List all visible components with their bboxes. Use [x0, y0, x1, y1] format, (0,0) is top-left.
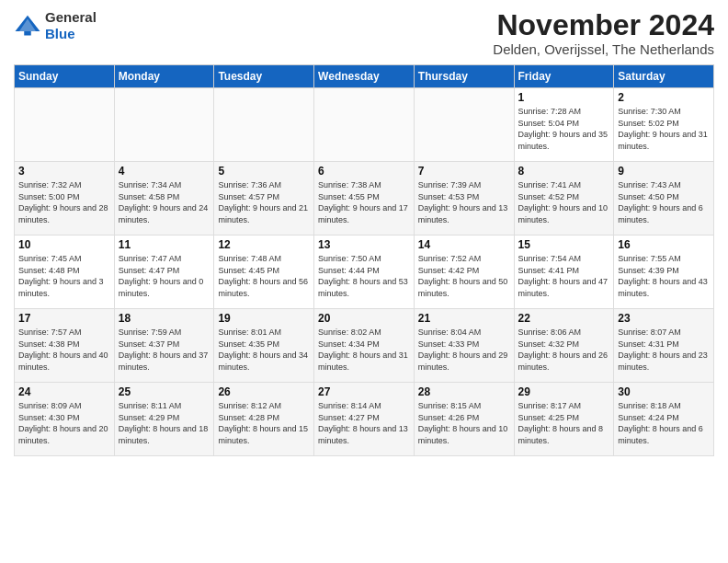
table-row: 9Sunrise: 7:43 AM Sunset: 4:50 PM Daylig…: [614, 162, 714, 236]
day-info: Sunrise: 8:01 AM Sunset: 4:35 PM Dayligh…: [218, 327, 310, 373]
calendar-header-row: Sunday Monday Tuesday Wednesday Thursday…: [15, 65, 714, 88]
table-row: 20Sunrise: 8:02 AM Sunset: 4:34 PM Dayli…: [314, 309, 415, 383]
table-row: 19Sunrise: 8:01 AM Sunset: 4:35 PM Dayli…: [214, 309, 314, 383]
day-number: 12: [218, 238, 310, 251]
day-number: 25: [119, 385, 210, 398]
day-number: 11: [119, 238, 210, 251]
table-row: [114, 88, 214, 162]
day-info: Sunrise: 7:41 AM Sunset: 4:52 PM Dayligh…: [518, 179, 610, 225]
day-info: Sunrise: 7:48 AM Sunset: 4:45 PM Dayligh…: [218, 253, 310, 299]
table-row: 13Sunrise: 7:50 AM Sunset: 4:44 PM Dayli…: [314, 236, 415, 309]
page: General Blue November 2024 Delden, Overi…: [0, 0, 728, 563]
day-info: Sunrise: 7:45 AM Sunset: 4:48 PM Dayligh…: [18, 253, 110, 299]
table-row: 23Sunrise: 8:07 AM Sunset: 4:31 PM Dayli…: [614, 309, 714, 383]
calendar-week-2: 3Sunrise: 7:32 AM Sunset: 5:00 PM Daylig…: [15, 162, 714, 236]
calendar-week-1: 1Sunrise: 7:28 AM Sunset: 5:04 PM Daylig…: [15, 88, 714, 162]
table-row: 30Sunrise: 8:18 AM Sunset: 4:24 PM Dayli…: [614, 383, 714, 456]
logo: General Blue: [14, 9, 97, 42]
day-info: Sunrise: 7:34 AM Sunset: 4:58 PM Dayligh…: [119, 179, 210, 225]
day-info: Sunrise: 8:04 AM Sunset: 4:33 PM Dayligh…: [418, 327, 510, 373]
table-row: 10Sunrise: 7:45 AM Sunset: 4:48 PM Dayli…: [15, 236, 115, 309]
header-wednesday: Wednesday: [314, 65, 415, 88]
table-row: 17Sunrise: 7:57 AM Sunset: 4:38 PM Dayli…: [15, 309, 115, 383]
month-title: November 2024: [493, 9, 714, 41]
day-number: 2: [618, 91, 710, 104]
day-number: 18: [119, 312, 210, 325]
header-tuesday: Tuesday: [214, 65, 314, 88]
table-row: 25Sunrise: 8:11 AM Sunset: 4:29 PM Dayli…: [114, 383, 214, 456]
table-row: [414, 88, 514, 162]
table-row: 14Sunrise: 7:52 AM Sunset: 4:42 PM Dayli…: [414, 236, 514, 309]
table-row: 26Sunrise: 8:12 AM Sunset: 4:28 PM Dayli…: [214, 383, 314, 456]
day-info: Sunrise: 7:47 AM Sunset: 4:47 PM Dayligh…: [119, 253, 210, 299]
day-info: Sunrise: 7:55 AM Sunset: 4:39 PM Dayligh…: [618, 253, 710, 299]
day-number: 7: [418, 165, 510, 178]
day-info: Sunrise: 7:50 AM Sunset: 4:44 PM Dayligh…: [318, 253, 410, 299]
day-number: 3: [18, 165, 110, 178]
logo-text: General Blue: [45, 9, 97, 42]
day-info: Sunrise: 7:28 AM Sunset: 5:04 PM Dayligh…: [518, 106, 610, 152]
header: General Blue November 2024 Delden, Overi…: [14, 9, 714, 57]
day-info: Sunrise: 8:02 AM Sunset: 4:34 PM Dayligh…: [318, 327, 410, 373]
location-subtitle: Delden, Overijssel, The Netherlands: [493, 41, 714, 57]
day-info: Sunrise: 7:59 AM Sunset: 4:37 PM Dayligh…: [119, 327, 210, 373]
day-info: Sunrise: 8:07 AM Sunset: 4:31 PM Dayligh…: [618, 327, 710, 373]
header-monday: Monday: [114, 65, 214, 88]
day-info: Sunrise: 8:17 AM Sunset: 4:25 PM Dayligh…: [518, 400, 610, 446]
day-number: 22: [518, 312, 610, 325]
table-row: 29Sunrise: 8:17 AM Sunset: 4:25 PM Dayli…: [514, 383, 614, 456]
day-number: 17: [18, 312, 110, 325]
day-number: 28: [418, 385, 510, 398]
day-info: Sunrise: 8:11 AM Sunset: 4:29 PM Dayligh…: [119, 400, 210, 446]
day-number: 1: [518, 91, 610, 104]
day-number: 16: [618, 238, 710, 251]
day-number: 20: [318, 312, 410, 325]
day-info: Sunrise: 7:39 AM Sunset: 4:53 PM Dayligh…: [418, 179, 510, 225]
logo-general: General: [45, 9, 97, 26]
table-row: 16Sunrise: 7:55 AM Sunset: 4:39 PM Dayli…: [614, 236, 714, 309]
day-info: Sunrise: 7:57 AM Sunset: 4:38 PM Dayligh…: [18, 327, 110, 373]
day-info: Sunrise: 8:14 AM Sunset: 4:27 PM Dayligh…: [318, 400, 410, 446]
day-number: 13: [318, 238, 410, 251]
header-saturday: Saturday: [614, 65, 714, 88]
day-info: Sunrise: 8:09 AM Sunset: 4:30 PM Dayligh…: [18, 400, 110, 446]
calendar-table: Sunday Monday Tuesday Wednesday Thursday…: [14, 64, 714, 456]
calendar-week-5: 24Sunrise: 8:09 AM Sunset: 4:30 PM Dayli…: [15, 383, 714, 456]
header-sunday: Sunday: [15, 65, 115, 88]
table-row: 24Sunrise: 8:09 AM Sunset: 4:30 PM Dayli…: [15, 383, 115, 456]
day-info: Sunrise: 7:38 AM Sunset: 4:55 PM Dayligh…: [318, 179, 410, 225]
title-area: November 2024 Delden, Overijssel, The Ne…: [493, 9, 714, 57]
table-row: 27Sunrise: 8:14 AM Sunset: 4:27 PM Dayli…: [314, 383, 415, 456]
day-number: 9: [618, 165, 710, 178]
table-row: 4Sunrise: 7:34 AM Sunset: 4:58 PM Daylig…: [114, 162, 214, 236]
table-row: 28Sunrise: 8:15 AM Sunset: 4:26 PM Dayli…: [414, 383, 514, 456]
table-row: 12Sunrise: 7:48 AM Sunset: 4:45 PM Dayli…: [214, 236, 314, 309]
table-row: 11Sunrise: 7:47 AM Sunset: 4:47 PM Dayli…: [114, 236, 214, 309]
calendar-week-3: 10Sunrise: 7:45 AM Sunset: 4:48 PM Dayli…: [15, 236, 714, 309]
day-number: 6: [318, 165, 410, 178]
day-number: 15: [518, 238, 610, 251]
calendar-week-4: 17Sunrise: 7:57 AM Sunset: 4:38 PM Dayli…: [15, 309, 714, 383]
day-number: 8: [518, 165, 610, 178]
day-info: Sunrise: 7:36 AM Sunset: 4:57 PM Dayligh…: [218, 179, 310, 225]
logo-blue: Blue: [45, 26, 97, 42]
day-info: Sunrise: 8:15 AM Sunset: 4:26 PM Dayligh…: [418, 400, 510, 446]
day-info: Sunrise: 8:06 AM Sunset: 4:32 PM Dayligh…: [518, 327, 610, 373]
day-number: 14: [418, 238, 510, 251]
day-info: Sunrise: 7:30 AM Sunset: 5:02 PM Dayligh…: [618, 106, 710, 152]
day-number: 10: [18, 238, 110, 251]
table-row: 5Sunrise: 7:36 AM Sunset: 4:57 PM Daylig…: [214, 162, 314, 236]
table-row: [314, 88, 415, 162]
table-row: 21Sunrise: 8:04 AM Sunset: 4:33 PM Dayli…: [414, 309, 514, 383]
table-row: 22Sunrise: 8:06 AM Sunset: 4:32 PM Dayli…: [514, 309, 614, 383]
table-row: 15Sunrise: 7:54 AM Sunset: 4:41 PM Dayli…: [514, 236, 614, 309]
svg-rect-2: [24, 31, 31, 36]
day-info: Sunrise: 7:54 AM Sunset: 4:41 PM Dayligh…: [518, 253, 610, 299]
day-number: 29: [518, 385, 610, 398]
table-row: 3Sunrise: 7:32 AM Sunset: 5:00 PM Daylig…: [15, 162, 115, 236]
table-row: 6Sunrise: 7:38 AM Sunset: 4:55 PM Daylig…: [314, 162, 415, 236]
table-row: [214, 88, 314, 162]
day-number: 27: [318, 385, 410, 398]
day-info: Sunrise: 7:52 AM Sunset: 4:42 PM Dayligh…: [418, 253, 510, 299]
table-row: 2Sunrise: 7:30 AM Sunset: 5:02 PM Daylig…: [614, 88, 714, 162]
